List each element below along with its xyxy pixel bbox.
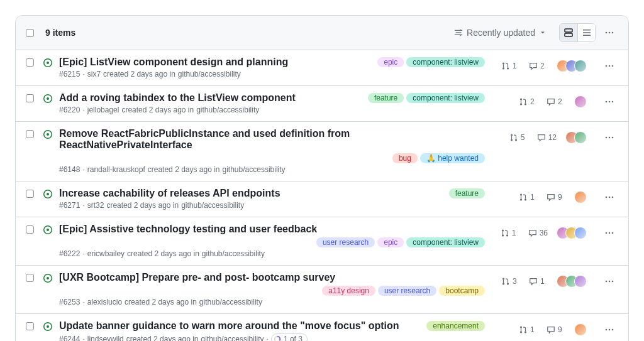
issue-title-link[interactable]: [Epic] ListView component design and pla… <box>59 57 288 68</box>
label[interactable]: epic <box>377 57 404 67</box>
issue-repo-link[interactable]: github/accessibility <box>178 70 241 78</box>
list-header: 9 items Recently updated <box>16 16 628 50</box>
item-actions-button[interactable] <box>601 188 618 206</box>
issue-title-link[interactable]: Update banner guidance to warn more arou… <box>59 320 399 332</box>
svg-point-3 <box>609 32 611 34</box>
comments-link[interactable]: 36 <box>528 229 548 237</box>
list-item: Update banner guidance to warn more arou… <box>16 313 628 341</box>
labels: featurecomponent: listview <box>363 93 485 103</box>
label[interactable]: feature <box>368 93 404 103</box>
linked-prs[interactable]: 1 <box>519 193 538 202</box>
label[interactable]: component: listview <box>406 93 485 103</box>
label[interactable]: component: listview <box>406 237 485 247</box>
label[interactable]: a11y design <box>322 286 375 296</box>
issue-title-link[interactable]: [UXR Bootcamp] Prepare pre- and post- bo… <box>59 272 335 283</box>
issue-title-link[interactable]: Increase cachability of releases API end… <box>59 188 280 199</box>
linked-prs[interactable]: 2 <box>519 97 538 106</box>
assignee-avatar[interactable] <box>574 60 587 72</box>
item-actions-button[interactable] <box>601 93 618 111</box>
item-actions-button[interactable] <box>601 57 618 75</box>
comments-link[interactable]: 1 <box>529 277 548 286</box>
assignee-avatar[interactable] <box>574 131 587 144</box>
label[interactable]: user research <box>378 286 436 296</box>
issue-repo-link[interactable]: github/accessibility <box>199 298 262 306</box>
svg-point-8 <box>507 67 509 69</box>
issue-author[interactable]: lindseywild <box>87 335 124 341</box>
issue-author[interactable]: six7 <box>87 70 101 78</box>
svg-point-9 <box>606 65 608 67</box>
svg-point-23 <box>606 137 608 139</box>
svg-point-18 <box>612 101 614 103</box>
linked-prs[interactable]: 1 <box>501 229 519 237</box>
svg-point-40 <box>47 277 49 279</box>
issue-number: #6220 <box>59 106 80 114</box>
sort-icon <box>454 28 463 37</box>
select-item-checkbox[interactable] <box>26 130 34 138</box>
linked-prs[interactable]: 5 <box>509 133 528 142</box>
comments-link[interactable]: 12 <box>537 133 557 142</box>
issue-title-link[interactable]: Remove ReactFabricPublicInstance and use… <box>59 128 485 151</box>
label[interactable]: user research <box>316 237 375 247</box>
label[interactable]: feature <box>449 188 485 198</box>
svg-point-33 <box>47 229 49 231</box>
view-list-button[interactable] <box>560 24 577 41</box>
issue-repo-link[interactable]: github/accessibility <box>181 201 244 210</box>
issue-author[interactable]: jellobagel <box>87 106 119 114</box>
issue-author[interactable]: srt32 <box>87 201 104 210</box>
issue-number: #6271 <box>59 201 80 210</box>
issue-meta: #6222 · ericwbailey created 2 days ago i… <box>59 249 485 258</box>
issue-repo-link[interactable]: github/accessibility <box>223 165 286 174</box>
item-actions-button[interactable] <box>601 273 618 290</box>
assignee-avatar[interactable] <box>574 227 587 239</box>
select-item-checkbox[interactable] <box>26 94 34 102</box>
issue-repo-link[interactable]: github/accessibility <box>196 106 259 114</box>
label[interactable]: epic <box>377 237 404 247</box>
select-item-checkbox[interactable] <box>26 190 34 198</box>
item-actions-button[interactable] <box>601 224 618 242</box>
comments-link[interactable]: 2 <box>529 62 548 70</box>
label[interactable]: bootcamp <box>439 286 485 296</box>
linked-prs[interactable]: 1 <box>501 62 520 70</box>
comments-link[interactable]: 9 <box>547 325 565 334</box>
sort-button[interactable]: Recently updated <box>449 25 552 40</box>
assignees <box>574 323 587 336</box>
issue-author[interactable]: randall-krauskopf <box>87 165 145 174</box>
issue-title-link[interactable]: [Epic] Assistive technology testing and … <box>59 224 317 235</box>
view-compact-button[interactable] <box>577 24 595 41</box>
issue-repo-link[interactable]: github/accessibility <box>202 249 265 258</box>
header-actions-button[interactable] <box>601 24 618 41</box>
select-item-checkbox[interactable] <box>26 322 34 330</box>
svg-point-17 <box>609 101 611 103</box>
assignee-avatar[interactable] <box>574 275 587 288</box>
select-all-checkbox[interactable] <box>26 29 34 37</box>
item-actions-button[interactable] <box>601 321 618 338</box>
assignee-avatar[interactable] <box>574 95 587 108</box>
comments-link[interactable]: 2 <box>547 97 565 106</box>
assignee-avatar[interactable] <box>574 323 587 336</box>
linked-prs[interactable]: 3 <box>501 277 520 286</box>
svg-point-46 <box>612 281 614 283</box>
labels: bug🙏 help wanted <box>387 153 485 163</box>
select-item-checkbox[interactable] <box>26 274 34 282</box>
select-item-checkbox[interactable] <box>26 58 34 67</box>
issue-repo-link[interactable]: github/accessibility <box>201 335 264 341</box>
svg-point-26 <box>47 193 49 195</box>
assignee-avatar[interactable] <box>574 191 587 203</box>
item-count: 9 items <box>45 28 75 38</box>
label[interactable]: enhancement <box>426 321 485 331</box>
select-item-checkbox[interactable] <box>26 225 34 234</box>
list-item: [Epic] Assistive technology testing and … <box>16 217 628 265</box>
comments-link[interactable]: 9 <box>547 193 565 202</box>
item-actions-button[interactable] <box>601 129 618 146</box>
labels: feature <box>444 188 485 198</box>
svg-point-10 <box>609 65 611 67</box>
label[interactable]: 🙏 help wanted <box>420 153 485 163</box>
svg-point-14 <box>520 103 522 105</box>
tracked-progress[interactable]: 1 of 3 <box>271 333 308 341</box>
label[interactable]: bug <box>392 153 418 163</box>
label[interactable]: component: listview <box>406 57 485 67</box>
issue-author[interactable]: ericwbailey <box>87 249 125 258</box>
linked-prs[interactable]: 1 <box>519 325 538 334</box>
issue-author[interactable]: alexislucio <box>87 298 122 306</box>
issue-title-link[interactable]: Add a roving tabindex to the ListView co… <box>59 92 296 104</box>
